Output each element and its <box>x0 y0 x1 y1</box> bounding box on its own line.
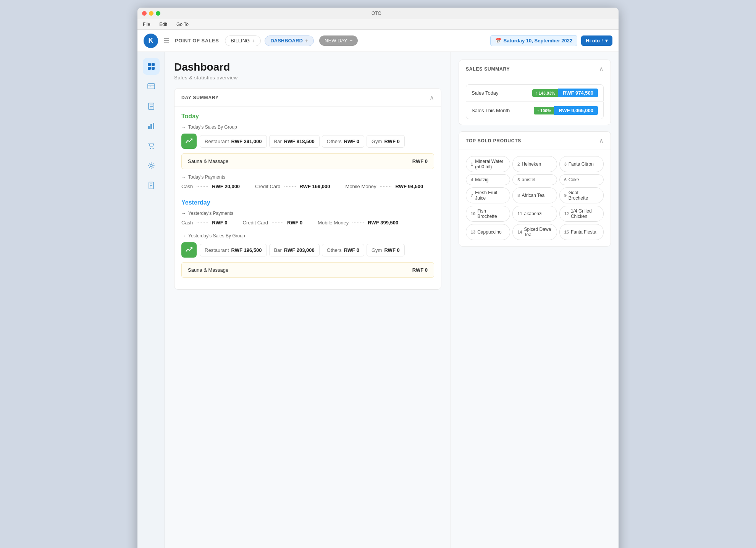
today-group-items: Restaurant RWF 291,000 Bar RWF 818,500 O… <box>200 135 434 148</box>
product-num: 2 <box>517 162 520 166</box>
title-bar: OTO <box>137 8 619 19</box>
svg-rect-11 <box>148 126 150 129</box>
product-name: Fresh Fruit Juice <box>475 190 505 201</box>
today-cash: Cash RWF 20,000 <box>181 184 240 189</box>
tab-billing-label: BILLING <box>231 38 250 44</box>
yesterday-sales-group: Restaurant RWF 196,500 Bar RWF 203,000 O… <box>181 242 434 258</box>
today-credit-card: Credit Card RWF 169,000 <box>255 184 330 189</box>
menu-file[interactable]: File <box>141 21 152 28</box>
sidebar-item-cart[interactable] <box>143 137 160 154</box>
day-summary-header: DAY SUMMARY ∧ <box>174 89 441 107</box>
product-chip-3: 3Fanta Citron <box>559 156 604 172</box>
svg-rect-13 <box>153 123 154 129</box>
product-name: akabenzi <box>524 211 543 216</box>
today-sauna-value: RWF 0 <box>412 158 428 164</box>
day-summary-card: DAY SUMMARY ∧ Today Today's Sales By Gro… <box>174 88 441 290</box>
yesterday-label: Yesterday <box>181 199 434 206</box>
left-panel: Dashboard Sales & statistics overview DA… <box>165 52 451 548</box>
day-summary-body: Today Today's Sales By Group Restaurant … <box>174 107 441 289</box>
product-name: Fanta Fiesta <box>571 229 596 235</box>
window-title: OTO <box>160 11 593 16</box>
top-products-collapse[interactable]: ∧ <box>599 137 604 144</box>
user-menu[interactable]: Hi oto ! ▾ <box>581 35 612 46</box>
product-chip-9: 9Goat Brochette <box>559 187 604 203</box>
product-name: Fanta Citron <box>569 161 594 167</box>
product-num: 5 <box>517 177 520 182</box>
day-summary-collapse[interactable]: ∧ <box>430 94 434 101</box>
hamburger-icon[interactable]: ☰ <box>162 35 171 47</box>
product-name: Spiced Dawa Tea <box>524 227 552 237</box>
menu-bar: File Edit Go To <box>137 19 619 30</box>
svg-rect-2 <box>148 67 151 70</box>
today-payments: Cash RWF 20,000 Credit Card RWF 169,000 <box>181 184 434 189</box>
new-day-plus-icon: + <box>350 38 353 44</box>
sales-today-pct: ↑ 143.93% <box>532 89 558 97</box>
menu-edit[interactable]: Edit <box>158 21 169 28</box>
sidebar-item-pos[interactable] <box>143 78 160 95</box>
new-day-button[interactable]: NEW DAY + <box>319 35 358 46</box>
product-name: Heineken <box>522 161 541 167</box>
product-num: 14 <box>517 230 522 234</box>
window-controls[interactable] <box>142 11 160 16</box>
yesterday-sauna-row: Sauna & Massage RWF 0 <box>181 262 434 278</box>
date-text: Saturday 10, September 2022 <box>504 38 573 44</box>
product-chip-6: 6Coke <box>559 174 604 185</box>
today-sales-icon <box>181 134 197 149</box>
sidebar <box>137 52 165 548</box>
svg-point-16 <box>150 164 152 167</box>
maximize-button[interactable] <box>156 11 160 16</box>
top-products-header: TOP SOLD PRODUCTS ∧ <box>459 132 611 150</box>
sales-summary-collapse[interactable]: ∧ <box>599 65 604 73</box>
sales-month-pct: ↑ 100% <box>534 107 554 114</box>
today-payments-label: Today's Payments <box>181 174 434 180</box>
sales-summary-body: Sales Today ↑ 143.93% RWF 974,500 Sales … <box>459 78 611 125</box>
today-group-others: Others RWF 0 <box>322 135 364 148</box>
sales-today-label: Sales Today <box>472 90 532 96</box>
today-group-gym: Gym RWF 0 <box>367 135 405 148</box>
product-name: Mutzig <box>475 177 488 182</box>
product-chip-7: 7Fresh Fruit Juice <box>466 187 510 203</box>
yesterday-sales-group-label: Yesterday's Sales By Group <box>181 233 434 239</box>
top-products-body: 1Mineral Water (500 ml)2Heineken3Fanta C… <box>459 150 611 246</box>
top-nav: K ☰ POINT OF SALES BILLING + DASHBOARD +… <box>137 30 619 52</box>
menu-goto[interactable]: Go To <box>175 21 190 28</box>
sales-summary-card: SALES SUMMARY ∧ Sales Today ↑ 143.93% RW… <box>459 60 611 125</box>
minimize-button[interactable] <box>149 11 153 16</box>
sidebar-item-settings[interactable] <box>143 157 160 174</box>
sales-month-badge: ↑ 100% RWF 9,065,000 <box>534 106 598 115</box>
sidebar-item-chart[interactable] <box>143 118 160 134</box>
today-sales-group-label: Today's Sales By Group <box>181 124 434 130</box>
tab-billing[interactable]: BILLING + <box>225 35 261 46</box>
yesterday-cash: Cash RWF 0 <box>181 220 228 226</box>
yesterday-sauna-label: Sauna & Massage <box>188 267 228 273</box>
product-num: 3 <box>564 162 567 166</box>
product-name: Fish Brochette <box>477 208 505 219</box>
product-name: Cappuccino <box>477 229 501 235</box>
yesterday-group-items: Restaurant RWF 196,500 Bar RWF 203,000 O… <box>200 244 434 256</box>
sidebar-item-dashboard[interactable] <box>143 58 160 75</box>
app-logo: K <box>144 34 158 48</box>
yesterday-group-bar: Bar RWF 203,000 <box>269 244 320 256</box>
product-chip-11: 11akabenzi <box>512 206 557 222</box>
sidebar-item-clipboard[interactable] <box>143 98 160 114</box>
tab-dashboard[interactable]: DASHBOARD + <box>265 35 314 46</box>
today-group-restaurant: Restaurant RWF 291,000 <box>200 135 267 148</box>
yesterday-sales-icon <box>181 242 197 258</box>
nav-right: 📅 Saturday 10, September 2022 Hi oto ! ▾ <box>490 35 612 46</box>
product-chip-5: 5amstel <box>512 174 557 185</box>
user-label: Hi oto ! <box>586 38 603 44</box>
product-chip-15: 15Fanta Fiesta <box>559 224 604 240</box>
product-num: 15 <box>564 230 569 234</box>
sidebar-item-report[interactable] <box>143 177 160 194</box>
product-name: Mineral Water (500 ml) <box>475 159 505 169</box>
svg-rect-1 <box>152 63 155 66</box>
sales-today-value: RWF 974,500 <box>558 89 598 97</box>
yesterday-payments-label: Yesterday's Payments <box>181 211 434 216</box>
nav-section-label: POINT OF SALES <box>175 38 219 44</box>
sales-summary-header: SALES SUMMARY ∧ <box>459 60 611 78</box>
today-sauna-row: Sauna & Massage RWF 0 <box>181 153 434 169</box>
yesterday-group-others: Others RWF 0 <box>322 244 364 256</box>
product-chip-1: 1Mineral Water (500 ml) <box>466 156 510 172</box>
close-button[interactable] <box>142 11 147 16</box>
top-products-card: TOP SOLD PRODUCTS ∧ 1Mineral Water (500 … <box>459 131 611 247</box>
